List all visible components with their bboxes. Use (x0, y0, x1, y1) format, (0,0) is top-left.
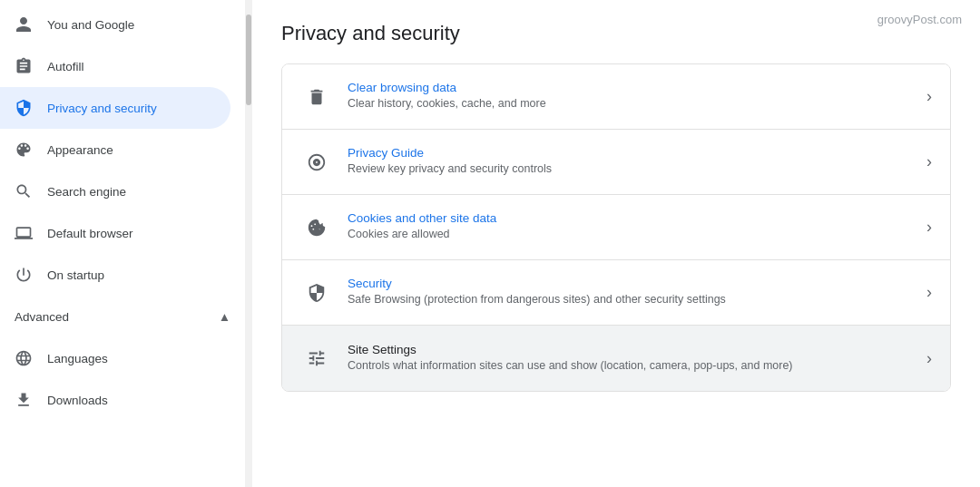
sidebar-item-privacy-label: Privacy and security (47, 102, 157, 115)
page-title: Privacy and security (281, 22, 951, 45)
sidebar-item-appearance[interactable]: Appearance (0, 129, 230, 170)
power-icon (15, 266, 33, 284)
shield-icon (15, 99, 33, 117)
cookies-title: Cookies and other site data (348, 211, 919, 225)
sidebar-item-autofill-label: Autofill (47, 60, 84, 73)
cookies-text: Cookies and other site data Cookies are … (348, 211, 919, 243)
privacy-guide-desc: Review key privacy and security controls (348, 161, 919, 178)
sidebar-item-autofill[interactable]: Autofill (0, 45, 230, 87)
sidebar-item-downloads-label: Downloads (47, 394, 108, 407)
sidebar-item-you-and-google[interactable]: You and Google (0, 4, 230, 45)
sidebar-item-search-engine-label: Search engine (47, 185, 126, 199)
sidebar-item-appearance-label: Appearance (47, 143, 113, 157)
person-icon (15, 15, 33, 34)
scrollbar-track[interactable] (245, 0, 252, 487)
privacy-guide-title: Privacy Guide (348, 146, 919, 160)
sidebar-item-search-engine[interactable]: Search engine (0, 170, 230, 212)
sidebar-item-languages[interactable]: Languages (0, 337, 230, 379)
sidebar-advanced-label: Advanced (15, 310, 69, 324)
clear-browsing-data-title: Clear browsing data (348, 81, 919, 94)
settings-row-security[interactable]: Security Safe Browsing (protection from … (282, 260, 950, 326)
sidebar-item-privacy-and-security[interactable]: Privacy and security (0, 87, 230, 129)
scrollbar-thumb[interactable] (246, 15, 251, 105)
security-desc: Safe Browsing (protection from dangerous… (348, 292, 919, 308)
assignment-icon (15, 57, 33, 75)
settings-row-clear-browsing-data[interactable]: Clear browsing data Clear history, cooki… (282, 64, 950, 130)
security-title: Security (348, 277, 919, 290)
palette-icon (15, 141, 33, 159)
search-icon (15, 182, 33, 200)
settings-card: Clear browsing data Clear history, cooki… (281, 63, 951, 392)
watermark: groovyPost.com (877, 13, 962, 26)
sidebar-item-languages-label: Languages (47, 352, 108, 365)
settings-row-cookies[interactable]: Cookies and other site data Cookies are … (282, 195, 950, 260)
chevron-right-icon-0: › (926, 87, 932, 106)
globe-icon (15, 349, 33, 367)
sidebar-item-default-browser-label: Default browser (47, 227, 133, 240)
computer-icon (15, 224, 33, 242)
sliders-icon (300, 342, 333, 375)
sidebar-item-on-startup-label: On startup (47, 268, 104, 282)
sidebar-advanced-header[interactable]: Advanced ▲ (0, 296, 245, 337)
chevron-up-icon: ▲ (219, 310, 230, 324)
privacy-guide-text: Privacy Guide Review key privacy and sec… (348, 146, 919, 178)
chevron-right-icon-3: › (926, 283, 932, 302)
clear-browsing-data-text: Clear browsing data Clear history, cooki… (348, 81, 919, 112)
settings-row-privacy-guide[interactable]: Privacy Guide Review key privacy and sec… (282, 130, 950, 195)
site-settings-text: Site Settings Controls what information … (348, 343, 919, 375)
cookies-desc: Cookies are allowed (348, 227, 919, 243)
main-content: groovyPost.com Privacy and security Clea… (252, 0, 980, 487)
site-settings-title: Site Settings (348, 343, 919, 356)
chevron-right-icon-2: › (926, 218, 932, 237)
sidebar-item-downloads[interactable]: Downloads (0, 379, 230, 421)
chevron-right-icon-1: › (926, 152, 932, 171)
site-settings-desc: Controls what information sites can use … (348, 358, 919, 375)
sidebar-item-you-and-google-label: You and Google (47, 18, 134, 32)
sidebar: You and Google Autofill Privacy and secu… (0, 0, 245, 487)
clear-browsing-data-desc: Clear history, cookies, cache, and more (348, 96, 919, 112)
shield-security-icon (300, 277, 333, 309)
security-text: Security Safe Browsing (protection from … (348, 277, 919, 308)
settings-row-site-settings[interactable]: Site Settings Controls what information … (282, 326, 950, 391)
sidebar-item-on-startup[interactable]: On startup (0, 254, 230, 296)
trash-icon (300, 81, 333, 113)
chevron-right-icon-4: › (926, 349, 932, 368)
sidebar-item-default-browser[interactable]: Default browser (0, 212, 230, 254)
download-icon (15, 391, 33, 409)
cookie-icon (300, 211, 333, 244)
target-icon (300, 146, 333, 179)
